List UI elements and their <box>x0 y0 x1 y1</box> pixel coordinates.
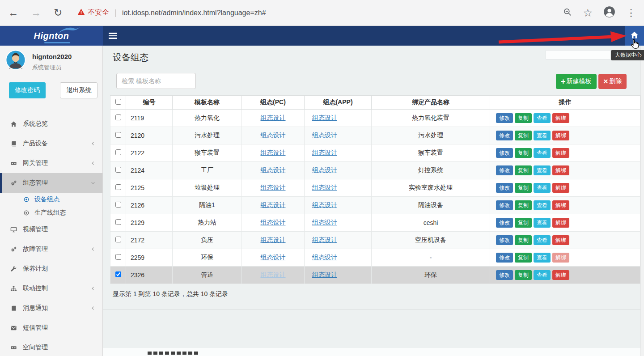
logo[interactable]: Hignton <box>0 26 103 46</box>
modify-button[interactable]: 修改 <box>496 183 513 193</box>
sidebar-item-configuration-management[interactable]: 组态管理 <box>0 173 102 193</box>
unbind-button[interactable]: 解绑 <box>552 183 569 193</box>
sidebar-subitem-device-configuration[interactable]: 设备组态 <box>0 193 102 206</box>
modify-button[interactable]: 修改 <box>496 218 513 228</box>
view-button[interactable]: 查看 <box>534 270 551 280</box>
table-row[interactable]: 2120污水处理组态设计组态设计污水处理修改复制查看解绑 <box>110 127 640 144</box>
pc-config-link[interactable]: 组态设计 <box>261 166 286 174</box>
sidebar-item-gateway-management[interactable]: 网关管理 <box>0 153 102 173</box>
view-button[interactable]: 查看 <box>534 113 551 123</box>
row-checkbox[interactable] <box>115 149 121 155</box>
logout-button[interactable]: 退出系统 <box>60 82 97 98</box>
copy-button[interactable]: 复制 <box>515 131 532 140</box>
pc-config-link[interactable]: 组态设计 <box>261 149 286 156</box>
copy-button[interactable]: 复制 <box>515 200 532 210</box>
app-config-link[interactable]: 组态设计 <box>312 131 337 139</box>
pc-config-link[interactable]: 组态设计 <box>261 131 286 139</box>
sidebar-item-product-device[interactable]: 产品设备 <box>0 134 102 153</box>
modify-button[interactable]: 修改 <box>496 113 513 123</box>
pc-config-link[interactable]: 组态设计 <box>261 236 286 243</box>
modify-button[interactable]: 修改 <box>496 165 513 175</box>
table-row[interactable]: 2172负压组态设计组态设计空压机设备修改复制查看解绑 <box>110 232 640 249</box>
sidebar-item-video-management[interactable]: 视频管理 <box>0 220 102 239</box>
pc-config-link[interactable]: 组态设计 <box>261 184 286 191</box>
hamburger-menu-icon[interactable] <box>109 31 117 40</box>
table-row[interactable]: 2259环保组态设计组态设计-修改复制查看解绑 <box>110 249 640 267</box>
app-config-link[interactable]: 组态设计 <box>312 271 337 278</box>
sidebar-item-linkage-control[interactable]: 联动控制 <box>0 279 102 298</box>
copy-button[interactable]: 复制 <box>515 270 532 280</box>
row-checkbox[interactable] <box>115 219 121 225</box>
view-button[interactable]: 查看 <box>534 218 551 228</box>
app-config-link[interactable]: 组态设计 <box>312 166 337 174</box>
table-row[interactable]: 2126隔油1组态设计组态设计隔油设备修改复制查看解绑 <box>110 197 640 214</box>
modify-button[interactable]: 修改 <box>496 131 513 140</box>
table-row[interactable]: 2326管道组态设计组态设计环保修改复制查看解绑 <box>110 267 640 284</box>
sidebar-item-space-management[interactable]: 空间管理 <box>0 338 102 356</box>
modify-button[interactable]: 修改 <box>496 148 513 158</box>
view-button[interactable]: 查看 <box>534 235 551 245</box>
copy-button[interactable]: 复制 <box>515 113 532 123</box>
table-row[interactable]: 2124工厂组态设计组态设计灯控系统修改复制查看解绑 <box>110 162 640 179</box>
view-button[interactable]: 查看 <box>534 165 551 175</box>
copy-button[interactable]: 复制 <box>515 218 532 228</box>
forward-icon[interactable]: → <box>31 8 41 18</box>
view-button[interactable]: 查看 <box>534 131 551 140</box>
pc-config-link[interactable]: 组态设计 <box>261 271 286 278</box>
template-search-input[interactable] <box>116 73 196 89</box>
app-config-link[interactable]: 组态设计 <box>312 201 337 208</box>
big-data-center-home-button[interactable] <box>625 26 644 46</box>
unbind-button[interactable]: 解绑 <box>552 218 569 228</box>
pc-config-link[interactable]: 组态设计 <box>261 201 286 208</box>
browser-menu-icon[interactable]: ⋮ <box>626 7 636 19</box>
unbind-button[interactable]: 解绑 <box>552 235 569 245</box>
modify-button[interactable]: 修改 <box>496 235 513 245</box>
pc-config-link[interactable]: 组态设计 <box>261 254 286 261</box>
row-checkbox[interactable] <box>115 237 121 242</box>
copy-button[interactable]: 复制 <box>515 235 532 245</box>
zoom-out-icon[interactable] <box>563 8 572 18</box>
view-button[interactable]: 查看 <box>534 200 551 210</box>
unbind-button[interactable]: 解绑 <box>552 200 569 210</box>
copy-button[interactable]: 复制 <box>515 253 532 263</box>
bookmark-star-icon[interactable]: ☆ <box>583 7 593 19</box>
select-all-checkbox[interactable] <box>115 99 121 105</box>
back-icon[interactable]: ← <box>8 8 18 18</box>
table-row[interactable]: 2122猴车装置组态设计组态设计猴车装置修改复制查看解绑 <box>110 144 640 162</box>
copy-button[interactable]: 复制 <box>515 165 532 175</box>
table-row[interactable]: 2119热力氧化组态设计组态设计热力氧化装置修改复制查看解绑 <box>110 110 640 127</box>
unbind-button[interactable]: 解绑 <box>552 165 569 175</box>
table-row[interactable]: 2125垃圾处理组态设计组态设计实验室废水处理修改复制查看解绑 <box>110 179 640 197</box>
row-checkbox[interactable] <box>115 132 121 138</box>
pc-config-link[interactable]: 组态设计 <box>261 114 286 121</box>
sidebar-item-system-overview[interactable]: 系统总览 <box>0 114 102 134</box>
unbind-button[interactable]: 解绑 <box>552 113 569 123</box>
sidebar-item-message-notification[interactable]: 消息通知 <box>0 298 102 318</box>
copy-button[interactable]: 复制 <box>515 148 532 158</box>
row-checkbox[interactable] <box>115 202 121 208</box>
new-template-button[interactable]: + 新建模板 <box>556 74 597 89</box>
sidebar-item-fault-management[interactable]: 故障管理 <box>0 239 102 259</box>
app-config-link[interactable]: 组态设计 <box>312 114 337 121</box>
sidebar-item-maintenance-plan[interactable]: 保养计划 <box>0 259 102 279</box>
view-button[interactable]: 查看 <box>534 253 551 263</box>
pc-config-link[interactable]: 组态设计 <box>261 219 286 226</box>
modify-button[interactable]: 修改 <box>496 270 513 280</box>
sidebar-item-sms-management[interactable]: 短信管理 <box>0 318 102 338</box>
row-checkbox[interactable] <box>115 114 121 120</box>
unbind-button[interactable]: 解绑 <box>552 253 569 263</box>
row-checkbox[interactable] <box>115 254 121 260</box>
reload-icon[interactable]: ↻ <box>54 8 62 18</box>
row-checkbox[interactable] <box>115 184 121 190</box>
app-config-link[interactable]: 组态设计 <box>312 236 337 243</box>
table-row[interactable]: 2129热力站组态设计组态设计ceshi修改复制查看解绑 <box>110 214 640 232</box>
sidebar-subitem-production-line-configuration[interactable]: 生产线组态 <box>0 206 102 220</box>
copy-button[interactable]: 复制 <box>515 183 532 193</box>
unbind-button[interactable]: 解绑 <box>552 148 569 158</box>
user-avatar[interactable] <box>5 50 26 72</box>
row-checkbox[interactable] <box>115 271 121 277</box>
site-security-indicator[interactable]: 不安全 <box>77 8 109 17</box>
unbind-button[interactable]: 解绑 <box>552 131 569 140</box>
app-config-link[interactable]: 组态设计 <box>312 184 337 191</box>
scrollbar[interactable] <box>640 46 644 356</box>
